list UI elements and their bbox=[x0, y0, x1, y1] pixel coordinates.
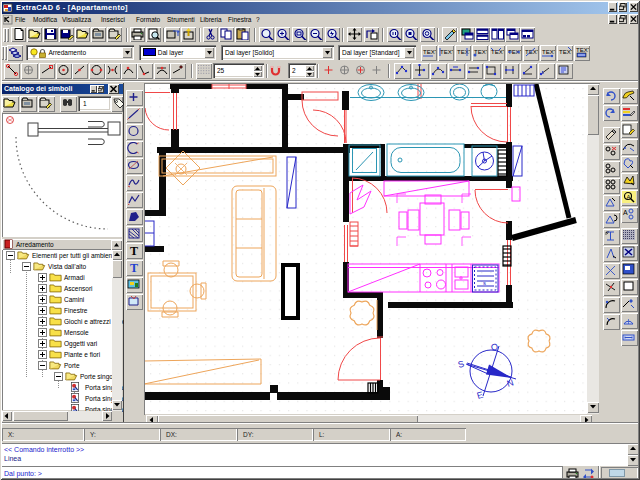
svg-text:T: T bbox=[130, 244, 138, 256]
svg-text:TEXT: TEXT bbox=[457, 49, 470, 55]
svg-text:TEXT: TEXT bbox=[542, 49, 555, 55]
svg-text:s: s bbox=[483, 280, 486, 286]
svg-text:TEXT: TEXT bbox=[440, 49, 453, 55]
svg-text:A: A bbox=[627, 194, 631, 200]
svg-text:TEXT: TEXT bbox=[576, 47, 589, 53]
svg-text:TEXT: TEXT bbox=[559, 49, 572, 55]
svg-text:A: A bbox=[623, 209, 628, 216]
svg-text:TEXT: TEXT bbox=[525, 49, 538, 55]
svg-text:T: T bbox=[130, 261, 138, 273]
svg-text:TEXT: TEXT bbox=[423, 49, 436, 55]
